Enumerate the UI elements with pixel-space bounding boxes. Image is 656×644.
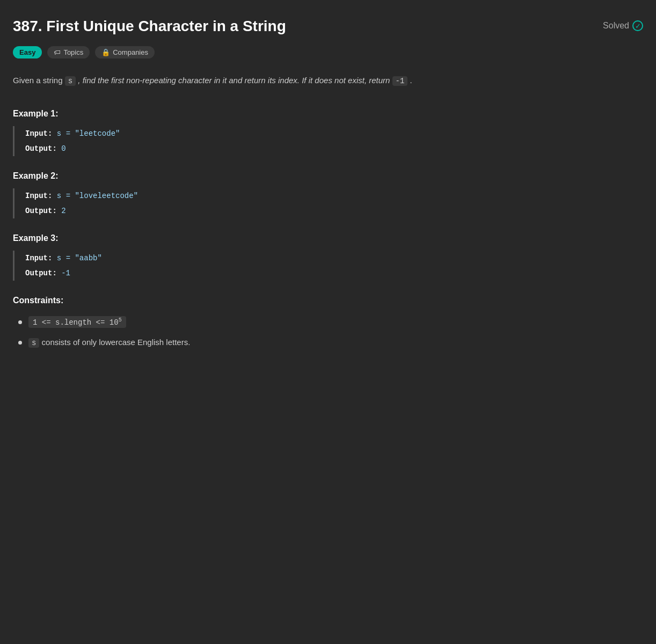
- examples-section: Example 1: Input: s = "leetcode" Output:…: [13, 109, 643, 281]
- input-value-3: s = "aabb": [57, 254, 102, 262]
- s-var-constraint: s: [28, 338, 39, 348]
- problem-description: Given a string s , find the first non-re…: [13, 74, 643, 88]
- output-label-1: Output:: [25, 144, 57, 153]
- input-label-2: Input:: [25, 192, 52, 200]
- description-suffix: .: [410, 76, 412, 85]
- constraint-text-2: s consists of only lowercase English let…: [28, 338, 190, 347]
- solved-check-icon: ✓: [632, 20, 643, 31]
- page-header: 387. First Unique Character in a String …: [13, 17, 643, 35]
- problem-number: 387.: [13, 18, 42, 34]
- example-1-block: Input: s = "leetcode" Output: 0: [13, 126, 643, 156]
- solved-label: Solved: [603, 21, 629, 31]
- example-3: Example 3: Input: s = "aabb" Output: -1: [13, 233, 643, 281]
- companies-label: Companies: [113, 48, 148, 56]
- problem-title: 387. First Unique Character in a String: [13, 17, 286, 35]
- description-prefix: Given a string: [13, 76, 63, 85]
- output-value-2: 2: [61, 207, 65, 215]
- constraint-item-2: s consists of only lowercase English let…: [18, 338, 643, 347]
- output-label-2: Output:: [25, 207, 57, 215]
- topics-button[interactable]: 🏷 Topics: [47, 46, 90, 58]
- input-value-2: s = "loveleetcode": [57, 192, 138, 200]
- constraint-suffix-2: consists of only lowercase English lette…: [42, 338, 191, 347]
- constraint-code-1: 1 <= s.length <= 105: [28, 316, 126, 328]
- example-3-block: Input: s = "aabb" Output: -1: [13, 251, 643, 281]
- solved-badge: Solved ✓: [603, 20, 643, 31]
- example-3-output: Output: -1: [25, 266, 643, 281]
- topics-label: Topics: [63, 48, 83, 56]
- bullet-1: [18, 320, 22, 324]
- example-2-title: Example 2:: [13, 171, 643, 181]
- topics-icon: 🏷: [54, 48, 61, 56]
- example-2-block: Input: s = "loveleetcode" Output: 2: [13, 188, 643, 218]
- companies-button[interactable]: 🔒 Companies: [95, 46, 155, 58]
- difficulty-tag: Easy: [13, 46, 42, 58]
- bullet-2: [18, 341, 22, 345]
- output-value-3: -1: [61, 269, 70, 277]
- companies-icon: 🔒: [101, 48, 110, 56]
- tags-row: Easy 🏷 Topics 🔒 Companies: [13, 46, 643, 58]
- input-label-1: Input:: [25, 129, 52, 138]
- example-1-input: Input: s = "leetcode": [25, 126, 643, 141]
- constraints-title: Constraints:: [13, 296, 643, 305]
- example-2-output: Output: 2: [25, 203, 643, 218]
- s-variable-inline: s: [65, 76, 76, 86]
- description-middle: , find the first non-repeating character…: [78, 76, 390, 85]
- minus-one-inline: -1: [392, 76, 408, 86]
- output-label-3: Output:: [25, 269, 57, 277]
- example-2-input: Input: s = "loveleetcode": [25, 188, 643, 203]
- input-value-1: s = "leetcode": [57, 129, 120, 138]
- problem-title-text: First Unique Character in a String: [46, 18, 286, 34]
- output-value-1: 0: [61, 144, 65, 153]
- constraints-section: Constraints: 1 <= s.length <= 105 s cons…: [13, 296, 643, 347]
- example-1-output: Output: 0: [25, 141, 643, 156]
- example-3-input: Input: s = "aabb": [25, 251, 643, 266]
- example-1: Example 1: Input: s = "leetcode" Output:…: [13, 109, 643, 156]
- example-2: Example 2: Input: s = "loveleetcode" Out…: [13, 171, 643, 218]
- example-1-title: Example 1:: [13, 109, 643, 119]
- constraints-list: 1 <= s.length <= 105 s consists of only …: [13, 316, 643, 347]
- input-label-3: Input:: [25, 254, 52, 262]
- constraint-item-1: 1 <= s.length <= 105: [18, 316, 643, 328]
- example-3-title: Example 3:: [13, 233, 643, 243]
